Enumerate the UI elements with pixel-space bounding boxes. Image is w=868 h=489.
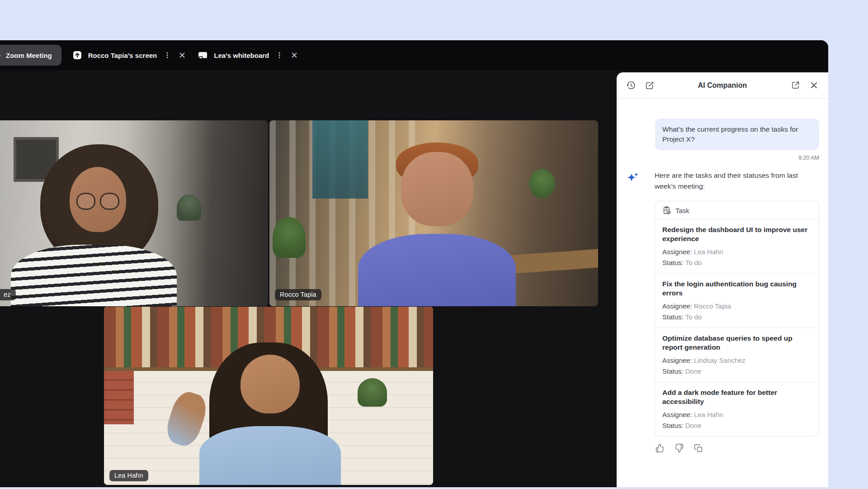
assignee-label: Assignee:: [662, 356, 692, 364]
assignee-label: Assignee:: [662, 411, 692, 418]
assignee-value: Lea Hahn: [694, 248, 723, 256]
history-icon[interactable]: [626, 80, 637, 91]
tab-lea-whiteboard-label: Lea’s whiteboard: [214, 52, 269, 59]
task-card-title: Task: [675, 207, 689, 214]
status-label: Status:: [662, 259, 684, 266]
new-chat-icon[interactable]: [644, 80, 655, 91]
assignee-label: Assignee:: [662, 302, 692, 310]
ai-intro-text: Here are the tasks and their statuses fr…: [655, 170, 819, 192]
task-title: Fix the login authentication bug causing…: [662, 280, 811, 298]
response-feedback-bar: [655, 443, 819, 453]
status-value: Done: [685, 422, 702, 429]
status-label: Status:: [662, 313, 684, 321]
assignee-value: Rocco Tapia: [694, 302, 731, 310]
assignee-value: Lea Hahn: [694, 411, 723, 418]
tab-options-icon[interactable]: [163, 51, 172, 60]
task-item: Optimize database queries to speed up re…: [655, 328, 819, 382]
ai-sparkle-icon: [626, 171, 639, 185]
task-title: Add a dark mode feature for better acces…: [662, 388, 811, 407]
tab-close-icon[interactable]: [178, 51, 187, 60]
tab-rocco-screen-label: Rocco Tapia’s screen: [88, 52, 157, 59]
status-value: To do: [685, 259, 702, 266]
tab-zoom-meeting-label: Zoom Meeting: [6, 52, 52, 59]
task-card-header: Task: [655, 201, 819, 219]
task-card: Task Redesign the dashboard UI to improv…: [655, 201, 819, 437]
status-value: Done: [685, 367, 702, 375]
task-list: Redesign the dashboard UI to improve use…: [655, 219, 819, 436]
tab-group-rocco-screen: Rocco Tapia’s screen: [72, 50, 187, 60]
thumbs-up-icon[interactable]: [655, 443, 665, 453]
tab-close-icon[interactable]: [290, 51, 299, 60]
tab-zoom-meeting[interactable]: Zoom Meeting: [0, 45, 61, 66]
task-item: Fix the login authentication bug causing…: [655, 273, 819, 328]
message-timestamp: 9:20 AM: [626, 155, 819, 161]
copy-icon[interactable]: [693, 443, 703, 453]
panel-close-icon[interactable]: [808, 80, 819, 91]
task-item: Redesign the dashboard UI to improve use…: [655, 219, 819, 273]
whiteboard-icon: [198, 50, 208, 60]
video-tile-rocco-tapia[interactable]: Rocco Tapia: [269, 120, 598, 306]
ai-chat-area: What’s the current progress on the tasks…: [617, 99, 828, 453]
task-title: Optimize database queries to speed up re…: [662, 334, 811, 352]
ai-response: Here are the tasks and their statuses fr…: [626, 170, 819, 192]
ai-companion-panel: AI Companion What’s the current progress…: [617, 72, 828, 487]
task-item: Add a dark mode feature for better acces…: [655, 382, 819, 436]
participant-name-label: Lea Hahn: [109, 470, 148, 481]
meeting-status-dot: [0, 54, 0, 57]
tab-rocco-screen[interactable]: Rocco Tapia’s screen: [72, 50, 157, 60]
tab-group-lea-whiteboard: Lea’s whiteboard: [198, 50, 299, 60]
pop-out-icon[interactable]: [790, 80, 801, 91]
user-message-bubble: What’s the current progress on the tasks…: [655, 119, 819, 150]
assignee-label: Assignee:: [662, 248, 692, 256]
meeting-tab-bar: Zoom Meeting Rocco Tapia’s screen: [0, 40, 828, 70]
task-title: Redesign the dashboard UI to improve use…: [662, 225, 811, 244]
clipboard-check-icon: [662, 206, 671, 215]
participant-name-label: ez: [0, 289, 16, 300]
tab-lea-whiteboard[interactable]: Lea’s whiteboard: [198, 50, 269, 60]
share-screen-icon: [72, 50, 82, 60]
tab-options-icon[interactable]: [275, 51, 284, 60]
video-tile-participant-1[interactable]: ez: [0, 120, 268, 306]
status-value: To do: [685, 313, 702, 321]
panel-title: AI Companion: [698, 81, 747, 90]
ai-companion-header: AI Companion: [617, 72, 828, 99]
desktop-background: Zoom Meeting Rocco Tapia’s screen: [0, 0, 868, 489]
video-tile-lea-hahn[interactable]: Lea Hahn: [104, 307, 433, 485]
status-label: Status:: [662, 367, 684, 375]
participant-name-label: Rocco Tapia: [275, 289, 321, 300]
thumbs-down-icon[interactable]: [674, 443, 684, 453]
status-label: Status:: [662, 422, 684, 429]
assignee-value: Lindsay Sanchez: [694, 356, 745, 364]
